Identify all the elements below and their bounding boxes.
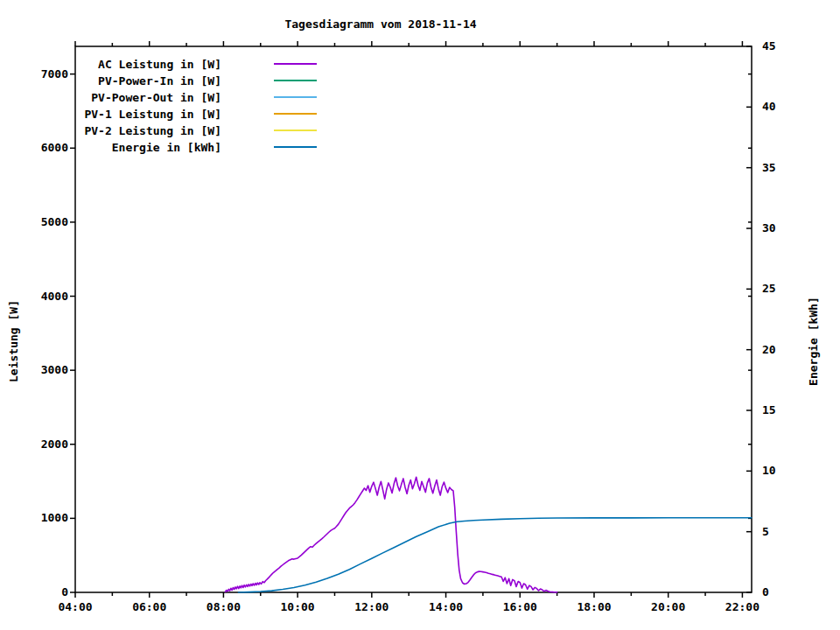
chart-title: Tagesdiagramm vom 2018-11-14 (284, 18, 476, 31)
chart-figure: Tagesdiagramm vom 2018-11-14 Leistung [W… (0, 0, 840, 630)
legend-item: PV-1 Leistung in [W] (0, 106, 368, 122)
legend-line-sample (274, 80, 317, 81)
y-left-tick-label: 1000 (0, 512, 68, 524)
y-left-tick-label: 3000 (0, 364, 68, 376)
y-right-tick-label: 20 (762, 344, 776, 356)
legend-line-sample (274, 63, 317, 65)
legend-line-sample (274, 146, 317, 148)
y-right-tick-label: 35 (762, 162, 776, 174)
series-line-5 (238, 518, 752, 592)
y-right-tick-label: 40 (762, 101, 776, 113)
legend-item: PV-Power-Out in [W] (0, 89, 368, 106)
x-tick-label: 18:00 (564, 601, 625, 613)
x-tick-label: 16:00 (489, 601, 550, 613)
y-left-tick-label: 4000 (0, 290, 68, 303)
series-line-0 (226, 477, 557, 592)
y-left-tick-label: 0 (0, 586, 68, 598)
y-axis-label-right: Energie [kWh] (808, 297, 820, 386)
legend-label: PV-Power-Out in [W] (0, 89, 221, 106)
x-tick-label: 06:00 (119, 601, 180, 613)
legend-item: PV-2 Leistung in [W] (0, 122, 368, 139)
y-left-tick-label: 5000 (0, 216, 68, 228)
y-right-tick-label: 45 (762, 40, 776, 52)
x-tick-label: 04:00 (45, 601, 106, 613)
y-left-tick-label: 2000 (0, 438, 68, 451)
y-left-tick-label: 6000 (0, 142, 68, 154)
legend-label: PV-2 Leistung in [W] (0, 122, 221, 139)
y-right-tick-label: 30 (762, 222, 776, 234)
x-tick-label: 20:00 (638, 601, 699, 613)
legend-line-sample (274, 130, 317, 131)
x-tick-label: 12:00 (341, 601, 402, 613)
y-right-tick-label: 5 (762, 526, 769, 538)
legend-line-sample (274, 96, 317, 98)
y-right-tick-label: 25 (762, 283, 776, 295)
y-right-tick-label: 0 (762, 586, 769, 598)
x-tick-label: 10:00 (267, 601, 328, 613)
x-tick-label: 08:00 (192, 601, 254, 613)
x-tick-label: 14:00 (416, 601, 477, 613)
x-tick-label: 22:00 (711, 601, 773, 613)
y-right-tick-label: 10 (762, 465, 776, 477)
legend-line-sample (274, 113, 317, 115)
y-left-tick-label: 7000 (0, 68, 68, 80)
legend-label: PV-1 Leistung in [W] (0, 106, 221, 122)
y-right-tick-label: 15 (762, 404, 776, 416)
